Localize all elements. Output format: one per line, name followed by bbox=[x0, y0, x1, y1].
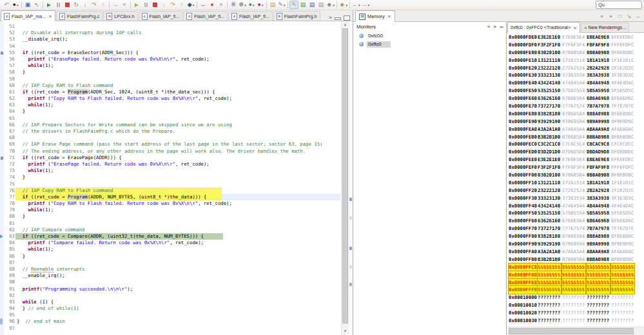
memory-cell[interactable]: 6F6E6D6C bbox=[611, 217, 634, 225]
memory-cell[interactable]: 55555555 bbox=[611, 263, 634, 271]
memory-cell[interactable]: 17161514 bbox=[562, 57, 585, 64]
rendering-tab[interactable]: +New Renderings... bbox=[581, 23, 629, 32]
memory-cell[interactable]: 07060504 bbox=[562, 171, 585, 179]
terminate-icon[interactable] bbox=[63, 1, 72, 9]
memory-cell[interactable]: 9F9E9D9C bbox=[611, 118, 634, 126]
memory-cell[interactable]: 0B0A0908 bbox=[587, 49, 610, 57]
flash-suspend-icon[interactable] bbox=[141, 1, 150, 9]
memory-cell[interactable]: ???????? bbox=[562, 294, 585, 302]
memory-cell[interactable]: F7F6F5F4 bbox=[562, 41, 585, 49]
green-guide-icon[interactable]: ▤ bbox=[298, 1, 307, 9]
step-return-icon[interactable]: ↑ bbox=[99, 1, 108, 9]
memory-cell[interactable]: 55555555 bbox=[587, 286, 610, 294]
memory-cell[interactable]: BFBEBDBC bbox=[611, 256, 634, 263]
memory-cell[interactable]: 93929190 bbox=[538, 118, 561, 126]
debug-icon[interactable]: ※ bbox=[229, 1, 238, 9]
highlight-icon[interactable]: ✎ bbox=[289, 1, 298, 9]
memory-cell[interactable]: 55555555 bbox=[611, 271, 634, 279]
memory-cell[interactable]: 83828180 bbox=[538, 110, 561, 118]
memory-cell[interactable]: F3F2F1F0 bbox=[538, 41, 561, 49]
memory-cell[interactable]: 8B8A8988 bbox=[587, 233, 610, 240]
import-export-icon[interactable]: ↘ bbox=[625, 13, 632, 20]
prev-page-icon[interactable]: « bbox=[598, 13, 605, 20]
memory-cell[interactable]: 37363534 bbox=[562, 72, 585, 79]
editor-tab-flashfaimprg-h[interactable]: hFlashFaimPrg.h bbox=[273, 11, 320, 21]
memory-cell[interactable]: EBEAE9E8 bbox=[587, 156, 610, 164]
step-into-icon[interactable]: ↓ bbox=[81, 1, 90, 9]
memory-cell[interactable]: 4F4E4D4C bbox=[611, 202, 634, 210]
memory-cell[interactable]: 8B8A8988 bbox=[587, 110, 610, 118]
ruler-marker[interactable] bbox=[349, 198, 352, 201]
run-icon[interactable]: ●▾ bbox=[247, 1, 256, 9]
quick-access-input[interactable]: Qu bbox=[596, 1, 642, 9]
memory-cell[interactable]: 55555555 bbox=[538, 279, 561, 287]
memory-cell[interactable]: AFAEADAC bbox=[611, 248, 634, 256]
memory-cell[interactable]: CFCECDCC bbox=[611, 140, 634, 148]
memory-cell[interactable]: 97969594 bbox=[562, 118, 585, 126]
memory-cell[interactable]: B3B2B1B0 bbox=[538, 256, 561, 263]
memory-horizontal-scrollbar[interactable] bbox=[507, 327, 644, 335]
memory-cell[interactable]: 73727170 bbox=[538, 225, 561, 233]
memory-cell[interactable]: C3C2C1C0 bbox=[538, 140, 561, 148]
memory-cell[interactable]: ???????? bbox=[538, 294, 561, 302]
memory-cell[interactable]: 2B2A2928 bbox=[587, 187, 610, 195]
memory-cell[interactable]: 7F7E7D7C bbox=[611, 225, 634, 233]
memory-cell[interactable]: BFBEBDBC bbox=[611, 133, 634, 141]
memory-cell[interactable]: 5B5A5958 bbox=[587, 209, 610, 217]
close-icon[interactable]: ✕ bbox=[573, 26, 577, 30]
memory-cell[interactable]: DFDEDDDC bbox=[611, 148, 634, 156]
memory-cell[interactable]: 2F2E2D2C bbox=[611, 64, 634, 72]
memory-cell[interactable]: 83828180 bbox=[538, 233, 561, 240]
memory-cell[interactable]: 3B3A3938 bbox=[587, 72, 610, 79]
memory-cell[interactable]: 6B6A6968 bbox=[587, 95, 610, 102]
memory-cell[interactable]: 33323130 bbox=[538, 72, 561, 79]
memory-cell[interactable]: ???????? bbox=[611, 309, 634, 317]
detach-icon[interactable]: × bbox=[217, 1, 226, 9]
memory-cell[interactable]: 7F7E7D7C bbox=[611, 102, 634, 110]
memory-cell[interactable]: 93929190 bbox=[538, 240, 561, 248]
memory-cell[interactable]: 4F4E4D4C bbox=[611, 79, 634, 87]
memory-cell[interactable]: 43424140 bbox=[538, 79, 561, 87]
memory-cell[interactable]: 97969594 bbox=[562, 240, 585, 248]
editor-vertical-scrollbar[interactable]: ▲ ▼ bbox=[341, 21, 349, 335]
memory-cell[interactable]: 3B3A3938 bbox=[587, 195, 610, 202]
memory-cell[interactable]: ???????? bbox=[538, 317, 561, 325]
memory-cell[interactable]: D7D6D5D4 bbox=[562, 148, 585, 156]
memory-cell[interactable]: ???????? bbox=[538, 309, 561, 317]
editor-tab-flash-iap-fl-[interactable]: cFlash_IAP_fl... bbox=[139, 11, 183, 21]
ruler-marker[interactable] bbox=[349, 265, 352, 269]
ruler-marker[interactable] bbox=[349, 247, 352, 250]
memory-cell[interactable]: ???????? bbox=[587, 294, 610, 302]
hscrollbar-thumb[interactable] bbox=[509, 328, 634, 334]
memory-cell[interactable]: 23222120 bbox=[538, 64, 561, 72]
minimize-icon[interactable] bbox=[335, 17, 341, 20]
memory-cell[interactable]: 87868584 bbox=[562, 110, 585, 118]
memory-cell[interactable]: 33323130 bbox=[538, 195, 561, 202]
memory-cell[interactable]: 55555555 bbox=[538, 286, 561, 294]
memory-cell[interactable]: EFEEEDEC bbox=[611, 156, 634, 164]
memory-cell[interactable]: FFFEFDFC bbox=[611, 164, 634, 171]
memory-cell[interactable]: 1B1A1918 bbox=[587, 57, 610, 64]
memory-cell[interactable]: 3F3E3D3C bbox=[611, 195, 634, 202]
memory-cell[interactable]: 0F0E0D0C bbox=[611, 171, 634, 179]
flash-step-return-icon[interactable]: ↑ bbox=[177, 1, 186, 9]
memory-cell[interactable]: CBCAC9C8 bbox=[587, 140, 610, 148]
scroll-up-icon[interactable]: ▲ bbox=[342, 21, 349, 28]
link-editor-icon[interactable]: ↔ bbox=[634, 13, 641, 20]
code-editor[interactable]: 5152 // Disable all interrupts during IA… bbox=[0, 21, 353, 335]
profile-icon[interactable]: ♦ bbox=[208, 1, 217, 9]
memory-cell[interactable]: 17161514 bbox=[562, 179, 585, 187]
memory-cell[interactable]: EFEEEDEC bbox=[611, 34, 634, 41]
memory-cell[interactable]: 55555555 bbox=[538, 263, 561, 271]
memory-cell[interactable]: 87868584 bbox=[562, 233, 585, 240]
memory-cell[interactable]: 9B9A9998 bbox=[587, 240, 610, 248]
memory-cell[interactable]: 55555555 bbox=[538, 271, 561, 279]
memory-cell[interactable]: 4B4A4948 bbox=[587, 79, 610, 87]
remove-monitor-icon[interactable]: × bbox=[493, 24, 496, 30]
editor-tab-flashfaimprg-c[interactable]: cFlashFaimPrg.c bbox=[56, 11, 102, 21]
instruction-stepping-icon[interactable]: → bbox=[111, 1, 120, 9]
remove-all-monitors-icon[interactable]: ×× bbox=[500, 25, 503, 29]
memory-cell[interactable]: A3A2A1A0 bbox=[538, 248, 561, 256]
user2-icon[interactable]: ☻▾ bbox=[338, 1, 348, 9]
memory-cell[interactable]: 13121110 bbox=[538, 57, 561, 64]
